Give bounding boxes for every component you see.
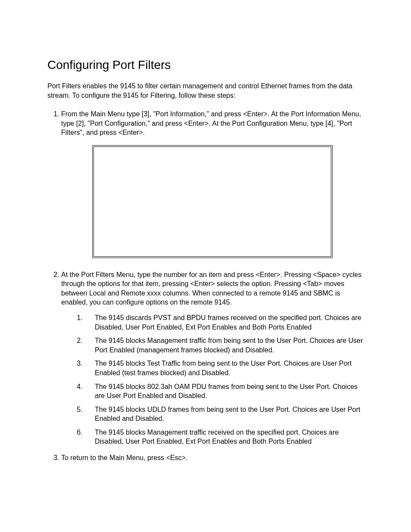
document-page: Configuring Port Filters Port Filters en… — [0, 0, 411, 532]
step-3-text: To return to the Main Menu, press <Esc>. — [61, 454, 187, 461]
intro-paragraph: Port Filters enables the 9145 to filter … — [47, 81, 364, 100]
terminal-screenshot-placeholder — [92, 145, 333, 258]
step-3: To return to the Main Menu, press <Esc>. — [61, 453, 364, 463]
figure-wrap — [61, 145, 364, 261]
step-2-text: At the Port Filters Menu, type the numbe… — [61, 271, 361, 306]
subitem-6-text: The 9145 blocks Management traffic recei… — [95, 428, 364, 446]
subitem-6: The 9145 blocks Management traffic recei… — [84, 428, 364, 446]
step-1-text: From the Main Menu type [3], "Port Infor… — [61, 110, 361, 136]
main-ordered-list: From the Main Menu type [3], "Port Infor… — [47, 109, 364, 462]
subitem-2-text: The 9145 blocks Management traffic from … — [95, 336, 364, 355]
subitem-3-text: The 9145 blocks Test Traffic from being … — [95, 359, 364, 377]
step-2: At the Port Filters Menu, type the numbe… — [61, 270, 364, 447]
subitem-2: The 9145 blocks Management traffic from … — [84, 336, 364, 355]
step-1: From the Main Menu type [3], "Port Infor… — [61, 109, 364, 260]
subitem-1-text: The 9145 discards PVST and BPDU frames r… — [95, 313, 364, 332]
subitem-5-text: The 9145 blocks UDLD frames from being s… — [95, 405, 364, 423]
page-title: Configuring Port Filters — [47, 58, 364, 72]
subitem-4-text: The 9145 blocks 802.3ah OAM PDU frames f… — [95, 382, 364, 401]
subitem-4: The 9145 blocks 802.3ah OAM PDU frames f… — [84, 382, 364, 401]
subitem-5: The 9145 blocks UDLD frames from being s… — [84, 405, 364, 423]
subitem-1: The 9145 discards PVST and BPDU frames r… — [84, 313, 364, 332]
sub-ordered-list: The 9145 discards PVST and BPDU frames r… — [61, 313, 364, 446]
subitem-3: The 9145 blocks Test Traffic from being … — [84, 359, 364, 377]
